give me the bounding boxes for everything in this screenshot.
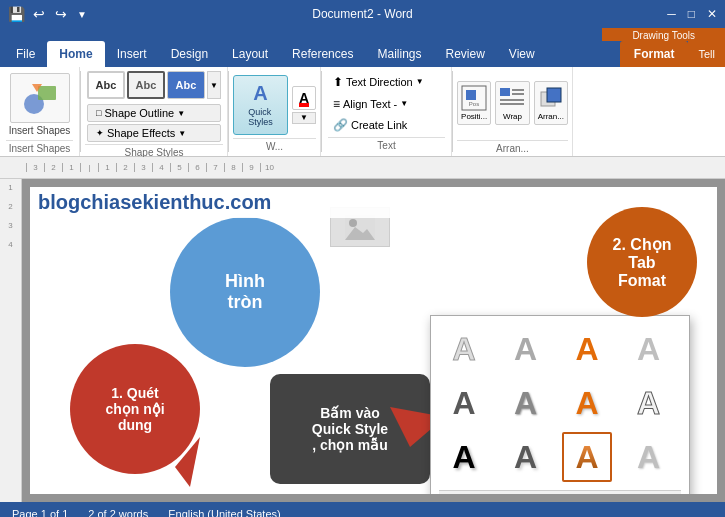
tab-design[interactable]: Design [159,41,220,67]
left-ruler: 1 2 3 4 [0,179,22,502]
quick-styles-section: A QuickStyles A ▼ W... [229,67,321,156]
dropdown-tooltip: Fill - White, Outline - Acce... [439,490,681,494]
tab-mailings[interactable]: Mailings [365,41,433,67]
shape-effects-button[interactable]: ✦ Shape Effects ▼ [87,124,221,142]
link-icon: 🔗 [333,118,348,132]
svg-text:Pos: Pos [469,101,479,107]
close-icon[interactable]: ✕ [707,7,717,21]
shape-styles-section: Abc Abc Abc ▼ □ Shape Outline ▼ ✦ Shape … [81,67,228,156]
insert-shapes-section: Insert Shapes Insert Shapes [0,67,80,156]
text-options-section: ⬆ Text Direction ▼ ≡ Align Text - ▼ 🔗 Cr… [322,67,452,156]
align-text-button[interactable]: ≡ Align Text - ▼ [328,94,445,114]
callout-2: Bấm vào Quick Style , chọn mẫu [270,374,430,484]
tab-file[interactable]: File [4,41,47,67]
wordart-style-9[interactable]: A [439,432,489,482]
redo-icon[interactable]: ↪ [53,6,69,22]
style-swatch-dark[interactable]: Abc [127,71,165,99]
wordart-style-5[interactable]: A [439,378,489,428]
document-page: blogchiasekienthuc.com Hình tròn 1. Quét… [30,187,717,494]
svg-rect-4 [466,90,476,100]
document-area: 1 2 3 4 blogchiasekienthuc.com Hình tròn [0,179,725,502]
style-swatch-outline[interactable]: Abc [87,71,125,99]
shape-outline-button[interactable]: □ Shape Outline ▼ [87,104,221,122]
ruler: 3 2 1 | 1 2 3 4 5 6 7 8 9 10 [0,157,725,179]
wordart-style-10[interactable]: A [501,432,551,482]
text-section-label: Text [328,137,445,151]
tab-references[interactable]: References [280,41,365,67]
wordart-style-3[interactable]: A [562,324,612,374]
ribbon-tabs-container: Drawing Tools File Home Insert Design La… [0,28,725,67]
tab-tell[interactable]: Tell [688,41,725,67]
quick-styles-label: QuickStyles [248,107,273,127]
text-color-button[interactable]: A [292,86,316,110]
text-dir-icon: ⬆ [333,75,343,89]
shapes-button[interactable] [10,73,70,123]
pos-wrap-buttons: Pos Positi... Wrap Arran.. [457,69,568,136]
wrap-text-button[interactable]: Wrap [495,81,529,125]
wordart-style-1[interactable]: A [439,324,489,374]
style-expand-button[interactable]: ▼ [207,71,221,99]
page-info: Page 1 of 1 [12,508,68,517]
format-ribbon: Insert Shapes Insert Shapes Abc Abc Abc … [0,67,725,157]
shape-effects-row: □ Shape Outline ▼ [87,104,221,122]
ruler-marks: 3 2 1 | 1 2 3 4 5 6 7 8 9 10 [26,163,721,172]
text-color-dropdown[interactable]: ▼ [292,112,316,124]
tab-insert[interactable]: Insert [105,41,159,67]
status-bar: Page 1 of 1 2 of 2 words English (United… [0,502,725,517]
tab-format[interactable]: Format [620,41,689,67]
circle-text: Hình tròn [225,271,265,313]
create-link-button[interactable]: 🔗 Create Link [328,115,445,135]
drawing-tools-label: Drawing Tools [602,28,725,41]
drawing-tools-header: Drawing Tools [0,28,725,41]
create-link-label: Create Link [351,119,407,131]
arrange-button[interactable]: Arran... [534,81,568,125]
svg-rect-1 [38,86,56,100]
shape-styles-row-1: Abc Abc Abc ▼ [87,71,221,99]
circle-shape[interactable]: Hình tròn [170,217,320,367]
wordart-styles-label: W... [233,138,316,152]
shape-styles-label: Shape Styles [85,144,223,158]
wordart-style-12[interactable]: A [624,432,674,482]
tab-review[interactable]: Review [433,41,496,67]
shape-effects-btn-row: ✦ Shape Effects ▼ [87,124,221,142]
wordart-style-7[interactable]: A [562,378,612,428]
tabs-row: File Home Insert Design Layout Reference… [0,41,725,67]
callout-2-text: Bấm vào Quick Style , chọn mẫu [312,405,388,453]
wordart-style-6[interactable]: A [501,378,551,428]
annotation-bubble: 2. Chọn Tab Fomat [587,207,697,317]
undo-icon[interactable]: ↩ [31,6,47,22]
svg-point-15 [349,219,357,227]
align-text-label: Align Text - [343,98,397,110]
save-icon[interactable]: 💾 [8,6,25,22]
callout-1: 1. Quét chọn nội dung [70,344,200,474]
language-info: English (United States) [168,508,281,517]
annotation-text: 2. Chọn Tab Fomat [613,235,672,290]
maximize-icon[interactable]: □ [688,7,695,21]
wordart-style-11-selected[interactable]: A [562,432,612,482]
svg-rect-6 [500,88,510,96]
svg-rect-12 [547,88,561,102]
tab-view[interactable]: View [497,41,547,67]
style-swatch-blue[interactable]: Abc [167,71,205,99]
wordart-dropdown[interactable]: A A A A A A A [430,315,690,494]
title-bar-left: 💾 ↩ ↪ ▼ [8,6,89,22]
tab-home[interactable]: Home [47,41,104,67]
window-controls: ─ □ ✕ [667,7,717,21]
word-count: 2 of 2 words [88,508,148,517]
shape-effects-label: Shape Effects [107,127,175,139]
quick-styles-button[interactable]: A QuickStyles [233,75,288,135]
title-bar: 💾 ↩ ↪ ▼ Document2 - Word ─ □ ✕ [0,0,725,28]
text-direction-label: Text Direction [346,76,413,88]
position-button[interactable]: Pos Positi... [457,81,491,125]
insert-shapes-label: Insert Shapes [6,140,73,154]
position-wrap-section: Pos Positi... Wrap Arran.. [453,67,573,156]
wordart-style-4[interactable]: A [624,324,674,374]
minimize-icon[interactable]: ─ [667,7,676,21]
tab-layout[interactable]: Layout [220,41,280,67]
wordart-style-8[interactable]: A [624,378,674,428]
customize-icon[interactable]: ▼ [75,9,89,20]
wordart-style-2[interactable]: A [501,324,551,374]
wordart-grid: A A A A A A A [439,324,681,482]
text-direction-button[interactable]: ⬆ Text Direction ▼ [328,72,445,92]
arrange-label: Arran... [538,112,564,121]
